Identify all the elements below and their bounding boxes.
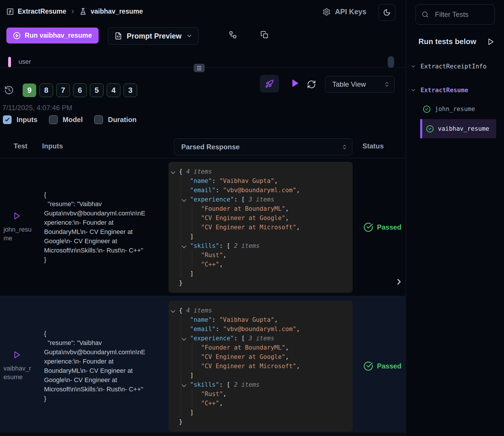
tree-group-label: ExtractReceiptInfo bbox=[420, 63, 487, 70]
chevrons-up-down-icon bbox=[342, 144, 347, 150]
run-chip-8[interactable]: 8 bbox=[39, 83, 53, 97]
copy-icon[interactable] bbox=[260, 31, 269, 39]
play-all-button[interactable] bbox=[291, 79, 299, 88]
run-chip-3[interactable]: 3 bbox=[124, 83, 137, 97]
refresh-icon[interactable] bbox=[307, 80, 316, 89]
checkbox-inputs[interactable] bbox=[3, 115, 12, 124]
collapse-chevron-icon[interactable] bbox=[182, 336, 186, 341]
json-line: "CV Engineer at Google", bbox=[168, 213, 353, 223]
tree-group-ExtractResume[interactable]: ExtractResume bbox=[406, 83, 504, 97]
status-badge: Passed bbox=[377, 362, 401, 370]
test-name: john_resume bbox=[3, 225, 33, 243]
scrollbar-thumb[interactable] bbox=[388, 56, 394, 68]
check-circle-icon bbox=[363, 222, 373, 232]
json-line: "Rust", bbox=[168, 250, 353, 260]
status-badge: Passed bbox=[377, 223, 401, 231]
json-line: "name": "Vaibhav Gupta", bbox=[168, 315, 353, 324]
json-line: "experience": [ 3 items bbox=[168, 334, 353, 343]
tests-sidebar: Run tests below ExtractReceiptInfoExtrac… bbox=[406, 0, 504, 436]
tree-test-vaibhav_resume[interactable]: vaibhav_resume bbox=[420, 119, 496, 138]
filter-label: Model bbox=[63, 116, 83, 124]
theme-toggle-button[interactable] bbox=[378, 4, 395, 21]
parsed-response-cell: { 4 items"name": "Vaibhav Gupta","email"… bbox=[168, 296, 353, 436]
status-cell: Passed bbox=[363, 158, 401, 296]
file-code-icon bbox=[115, 32, 122, 40]
json-line: } bbox=[168, 417, 353, 426]
tree-group-label: ExtractResume bbox=[420, 87, 468, 94]
filter-label: Inputs bbox=[17, 116, 37, 124]
search-icon bbox=[422, 11, 429, 18]
moon-icon bbox=[383, 9, 391, 16]
chevron-right-icon bbox=[70, 9, 76, 14]
chevron-down-icon[interactable] bbox=[410, 87, 416, 93]
view-mode-select[interactable]: Table View bbox=[325, 76, 395, 93]
run-row-play-button[interactable] bbox=[13, 212, 42, 220]
expand-panel-chevron[interactable] bbox=[394, 277, 404, 286]
json-line: "CV Engineer at Microsoft", bbox=[168, 361, 353, 371]
circle-play-icon bbox=[13, 32, 21, 39]
api-keys-button[interactable]: API Keys bbox=[322, 8, 366, 16]
json-line: "CV Engineer at Google", bbox=[168, 352, 353, 361]
run-chip-6[interactable]: 6 bbox=[73, 83, 87, 97]
run-history-chips: 9876543 bbox=[23, 83, 137, 97]
function-icon bbox=[6, 8, 14, 15]
column-header-test: Test bbox=[14, 142, 28, 150]
json-line: { 4 items bbox=[168, 167, 353, 176]
bottom-scroll-track bbox=[0, 433, 405, 436]
checkbox-model[interactable] bbox=[49, 115, 58, 124]
checkbox-duration[interactable] bbox=[94, 115, 103, 124]
table-row: john_resume { "resume": "Vaibhav Gupta\n… bbox=[0, 158, 405, 296]
collapse-chevron-icon[interactable] bbox=[182, 197, 186, 202]
api-keys-label: API Keys bbox=[335, 8, 366, 16]
drag-handle[interactable] bbox=[194, 64, 205, 72]
collapse-chevron-icon[interactable] bbox=[171, 308, 175, 313]
run-chip-5[interactable]: 5 bbox=[90, 83, 104, 97]
run-chip-7[interactable]: 7 bbox=[56, 83, 70, 97]
column-header-status: Status bbox=[362, 142, 384, 150]
parsed-response-value: Parsed Response bbox=[181, 143, 240, 151]
collapse-chevron-icon[interactable] bbox=[182, 244, 186, 248]
json-line: "CV Engineer at Microsoft", bbox=[168, 223, 353, 232]
chevron-down-icon[interactable] bbox=[410, 63, 416, 69]
column-filters: InputsModelDuration bbox=[3, 115, 137, 124]
prompt-preview-dropdown[interactable]: Prompt Preview bbox=[108, 27, 199, 45]
check-circle-icon bbox=[426, 125, 434, 133]
run-tests-below[interactable]: Run tests below bbox=[418, 37, 494, 46]
json-viewer[interactable]: { 4 items"name": "Vaibhav Gupta","email"… bbox=[168, 301, 353, 432]
json-viewer[interactable]: { 4 items"name": "Vaibhav Gupta","email"… bbox=[168, 162, 353, 293]
filter-tests-input[interactable] bbox=[434, 10, 485, 19]
column-header-inputs: Inputs bbox=[42, 142, 63, 150]
run-tests-below-label: Run tests below bbox=[418, 37, 476, 46]
deploy-button[interactable] bbox=[260, 75, 279, 92]
user-role-pill bbox=[8, 57, 11, 67]
breadcrumb-function[interactable]: ExtractResume bbox=[18, 8, 66, 15]
collapse-chevron-icon[interactable] bbox=[171, 169, 175, 174]
run-test-button[interactable]: Run vaibhav_resume bbox=[6, 28, 99, 43]
input-json-text: { "resume": "Vaibhav Gupta\nvbv@boundary… bbox=[44, 190, 147, 264]
history-icon[interactable] bbox=[4, 85, 14, 95]
json-line: "skills": [ 2 items bbox=[168, 241, 353, 250]
table-row: vaibhav_resume { "resume": "Vaibhav Gupt… bbox=[0, 296, 405, 436]
breadcrumb-test[interactable]: vaibhav_resume bbox=[90, 8, 143, 15]
json-line: ] bbox=[168, 232, 353, 241]
parsed-response-select[interactable]: Parsed Response bbox=[174, 138, 352, 155]
view-mode-value: Table View bbox=[332, 80, 366, 88]
run-row-play-button[interactable] bbox=[13, 351, 42, 359]
play-icon bbox=[487, 38, 494, 46]
tree-test-john_resume[interactable]: john_resume bbox=[406, 103, 504, 115]
workflow-icon[interactable] bbox=[229, 31, 237, 39]
test-name: vaibhav_resume bbox=[3, 364, 33, 382]
run-chip-4[interactable]: 4 bbox=[107, 83, 120, 97]
run-chip-9[interactable]: 9 bbox=[23, 83, 36, 97]
input-json-text: { "resume": "Vaibhav Gupta\nvbv@boundary… bbox=[44, 329, 147, 403]
filter-tests-box[interactable] bbox=[416, 4, 495, 25]
flask-icon bbox=[79, 8, 87, 15]
rocket-icon bbox=[265, 79, 274, 88]
json-line: "Rust", bbox=[168, 389, 353, 399]
inputs-cell: { "resume": "Vaibhav Gupta\nvbv@boundary… bbox=[44, 158, 147, 296]
collapse-chevron-icon[interactable] bbox=[182, 383, 186, 387]
tree-group-ExtractReceiptInfo[interactable]: ExtractReceiptInfo bbox=[406, 59, 504, 73]
json-line: "Founder at BoundaryML", bbox=[168, 343, 353, 352]
run-test-label: Run vaibhav_resume bbox=[25, 32, 92, 39]
filter-model: Model bbox=[49, 115, 83, 124]
